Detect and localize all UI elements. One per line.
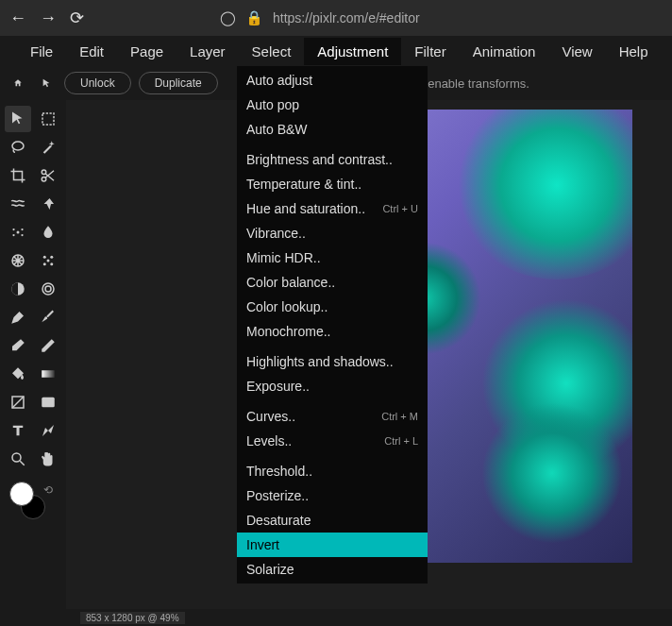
- menu-item-mimic-hdr[interactable]: Mimic HDR..: [237, 245, 428, 270]
- marquee-tool[interactable]: [35, 106, 61, 132]
- text-tool[interactable]: [5, 417, 31, 444]
- menu-item-auto-adjust[interactable]: Auto adjust: [237, 68, 428, 93]
- menu-item-color-lookup[interactable]: Color lookup..: [237, 295, 428, 319]
- sponge-tool[interactable]: [35, 276, 61, 302]
- heal-tool[interactable]: [5, 219, 31, 245]
- arrow-tool[interactable]: [5, 106, 31, 132]
- blur-tool[interactable]: [35, 219, 61, 245]
- menu-item-label: Vibrance..: [246, 226, 306, 241]
- brush-tool[interactable]: [35, 304, 61, 330]
- menu-item-label: Auto pop: [246, 97, 299, 112]
- frame-tool[interactable]: [35, 389, 61, 415]
- svg-point-6: [21, 228, 23, 230]
- draw-tool[interactable]: [35, 417, 61, 444]
- menu-item-monochrome[interactable]: Monochrome..: [237, 319, 428, 344]
- menu-item-posterize[interactable]: Posterize..: [237, 483, 428, 508]
- menu-file[interactable]: File: [17, 38, 66, 65]
- cut-tool[interactable]: [35, 162, 61, 189]
- menu-item-brightness-and-contrast[interactable]: Brightness and contrast..: [237, 147, 428, 172]
- svg-point-13: [50, 262, 53, 265]
- menu-item-curves[interactable]: Curves..Ctrl + M: [237, 404, 428, 429]
- canvas-dimensions: 853 x 1280 px @ 49%: [80, 612, 185, 624]
- menu-item-auto-pop[interactable]: Auto pop: [237, 93, 428, 117]
- svg-point-16: [42, 283, 54, 295]
- tool-row: [4, 276, 62, 302]
- adjust-tool[interactable]: [35, 247, 61, 274]
- menu-view[interactable]: View: [548, 38, 605, 65]
- menu-select[interactable]: Select: [239, 38, 305, 65]
- menu-layer[interactable]: Layer: [176, 38, 239, 65]
- pen-tool[interactable]: [5, 304, 31, 330]
- menu-adjustment[interactable]: Adjustment: [304, 38, 401, 65]
- liquify-tool[interactable]: [5, 191, 31, 217]
- svg-rect-18: [42, 370, 55, 378]
- svg-point-10: [43, 256, 46, 259]
- hand-tool[interactable]: [35, 446, 61, 472]
- eraser-tool[interactable]: [5, 332, 31, 359]
- lasso-tool[interactable]: [5, 134, 31, 161]
- tool-row: [4, 332, 62, 359]
- tool-row: [4, 219, 62, 245]
- svg-point-21: [12, 453, 21, 462]
- menu-item-label: Brightness and contrast..: [246, 152, 393, 167]
- zoom-tool[interactable]: [5, 446, 31, 472]
- menu-item-desaturate[interactable]: Desaturate: [237, 508, 428, 533]
- menu-bar: FileEditPageLayerSelectAdjustmentFilterA…: [0, 36, 672, 66]
- menu-item-label: Threshold..: [246, 464, 312, 479]
- shield-icon: ◯: [220, 9, 236, 26]
- menu-item-hue-and-saturation[interactable]: Hue and saturation..Ctrl + U: [237, 196, 428, 221]
- back-icon[interactable]: ←: [9, 8, 26, 28]
- menu-item-highlights-and-shadows[interactable]: Highlights and shadows..: [237, 349, 428, 374]
- menu-item-levels[interactable]: Levels..Ctrl + L: [237, 429, 428, 453]
- tool-row: [4, 417, 62, 444]
- menu-item-shortcut: Ctrl + L: [384, 435, 418, 447]
- menu-item-label: Exposure..: [246, 379, 310, 394]
- menu-edit[interactable]: Edit: [66, 38, 117, 65]
- menu-item-shortcut: Ctrl + U: [382, 203, 418, 214]
- menu-animation[interactable]: Animation: [460, 38, 549, 65]
- menu-item-label: Desaturate: [246, 513, 311, 528]
- tool-palette: ⟲: [0, 100, 66, 609]
- cursor-icon[interactable]: [36, 73, 57, 93]
- fill-tool[interactable]: [5, 361, 31, 387]
- menu-item-auto-b-w[interactable]: Auto B&W: [237, 117, 428, 142]
- menu-item-label: Posterize..: [246, 488, 309, 503]
- tool-row: [4, 247, 62, 274]
- menu-item-color-balance[interactable]: Color balance..: [237, 270, 428, 295]
- menu-item-exposure[interactable]: Exposure..: [237, 374, 428, 398]
- menu-item-temperature-tint[interactable]: Temperature & tint..: [237, 172, 428, 196]
- tool-row: [4, 106, 62, 132]
- forward-icon[interactable]: →: [40, 8, 57, 28]
- menu-item-threshold[interactable]: Threshold..: [237, 459, 428, 483]
- menu-help[interactable]: Help: [606, 38, 662, 65]
- menu-item-label: Highlights and shadows..: [246, 354, 394, 369]
- wand-tool[interactable]: [35, 134, 61, 161]
- unlock-button[interactable]: Unlock: [64, 72, 131, 94]
- home-icon[interactable]: [8, 73, 28, 93]
- shape-tool[interactable]: [5, 389, 31, 415]
- swap-colors-icon[interactable]: ⟲: [43, 483, 53, 497]
- pencil-tool[interactable]: [35, 332, 61, 359]
- menu-item-label: Mimic HDR..: [246, 250, 321, 265]
- duplicate-button[interactable]: Duplicate: [139, 72, 218, 94]
- gradient-tool[interactable]: [35, 361, 61, 387]
- browser-bar: ← → ⟳ ◯ 🔒 https://pixlr.com/e/#editor: [0, 0, 672, 36]
- menu-item-label: Color lookup..: [246, 299, 328, 314]
- status-bar: 853 x 1280 px @ 49%: [0, 609, 672, 626]
- url-bar[interactable]: ◯ 🔒 https://pixlr.com/e/#editor: [220, 9, 420, 26]
- menu-page[interactable]: Page: [117, 38, 176, 65]
- reload-icon[interactable]: ⟳: [70, 8, 84, 28]
- menu-item-vibrance[interactable]: Vibrance..: [237, 221, 428, 245]
- svg-point-8: [21, 234, 23, 236]
- disperse-tool[interactable]: [5, 247, 31, 274]
- foreground-color[interactable]: [9, 482, 34, 506]
- tool-row: [4, 191, 62, 217]
- menu-item-invert[interactable]: Invert: [237, 533, 428, 557]
- dodge-tool[interactable]: [5, 276, 31, 302]
- clone-tool[interactable]: [35, 191, 61, 217]
- svg-point-1: [12, 142, 24, 150]
- menu-item-label: Curves..: [246, 409, 295, 424]
- menu-item-solarize[interactable]: Solarize: [237, 557, 428, 582]
- menu-filter[interactable]: Filter: [401, 38, 459, 65]
- crop-tool[interactable]: [5, 162, 31, 189]
